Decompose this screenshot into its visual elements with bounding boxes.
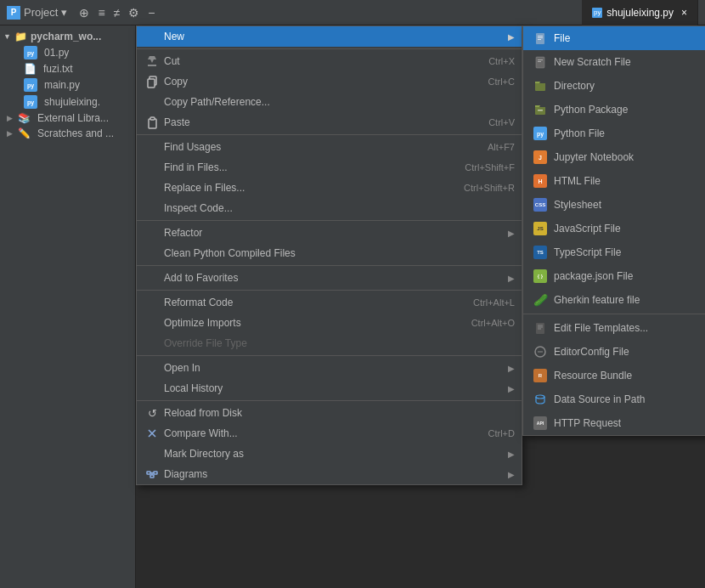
submenu-label-packagejson: package.json File: [554, 270, 705, 282]
py-icon: py: [24, 46, 37, 59]
file-label: fuzi.txt: [43, 63, 73, 75]
submenu-item-jupyter[interactable]: J Jupyter Notebook: [523, 145, 705, 169]
menu-item-diagrams[interactable]: Diagrams ▶: [137, 464, 522, 484]
submenu-item-stylesheet[interactable]: CSS Stylesheet: [523, 193, 705, 217]
find-usages-icon: [144, 140, 161, 154]
sidebar-item-shujuleixing[interactable]: py shujuleixing.: [0, 93, 135, 110]
submenu-item-file[interactable]: File: [523, 26, 705, 50]
submenu-item-datasource[interactable]: Data Source in Path: [523, 387, 705, 411]
shortcut-find-files: Ctrl+Shift+F: [465, 162, 515, 172]
new-icon: [144, 30, 161, 43]
submenu-label-http: HTTP Request: [554, 417, 705, 429]
templates-icon: [532, 319, 549, 336]
menu-item-inspect[interactable]: Inspect Code...: [137, 198, 522, 218]
submenu-item-gherkin[interactable]: 🥒 Gherkin feature file: [523, 288, 705, 312]
svg-rect-16: [536, 57, 544, 68]
separator-3: [137, 220, 522, 221]
file-label: 01.py: [44, 47, 69, 59]
separator-4: [137, 265, 522, 266]
submenu-item-templates[interactable]: Edit File Templates...: [523, 314, 705, 340]
menu-item-replace-files[interactable]: Replace in Files... Ctrl+Shift+R: [137, 178, 522, 198]
menu-label-paste: Paste: [164, 116, 471, 128]
shortcut-paste: Ctrl+V: [488, 117, 515, 127]
sidebar-item-mainpy[interactable]: py main.py: [0, 76, 135, 93]
submenu-item-python-package[interactable]: Python Package: [523, 98, 705, 122]
sidebar-item-external[interactable]: ▶ 📚 External Libra...: [0, 110, 135, 126]
submenu-item-resource[interactable]: R Resource Bundle: [523, 364, 705, 387]
menu-label-clean: Clean Python Compiled Files: [164, 247, 515, 259]
submenu-item-ts[interactable]: TS TypeScript File: [523, 240, 705, 264]
datasource-icon: [532, 391, 549, 408]
menu-item-clean[interactable]: Clean Python Compiled Files: [137, 243, 522, 263]
editorconfig-icon: [532, 343, 549, 360]
submenu-label-templates: Edit File Templates...: [554, 322, 705, 334]
menu-item-mark-dir[interactable]: Mark Directory as ▶: [137, 444, 522, 464]
title-bar: P Project ▾ ⊕ ≡ ≠ ⚙ − py shujuleixing.py…: [0, 0, 705, 25]
py-icon: py: [24, 95, 37, 109]
menu-label-find-usages: Find Usages: [164, 141, 471, 153]
submenu-item-editorconfig[interactable]: EditorConfig File: [523, 340, 705, 364]
submenu-item-python-file[interactable]: py Python File: [523, 122, 705, 145]
menu-item-copy-path[interactable]: Copy Path/Reference...: [137, 92, 522, 112]
nav-icon-1[interactable]: ⊕: [79, 6, 89, 20]
tab-shujuleixing[interactable]: py shujuleixing.py ×: [582, 0, 698, 25]
project-root-label[interactable]: pycharm_wo...: [31, 31, 101, 42]
menu-item-new[interactable]: New ▶: [137, 26, 522, 47]
separator-7: [137, 400, 522, 401]
reformat-icon: [144, 296, 161, 309]
sidebar: ▼ 📁 pycharm_wo... py 01.py 📄 fuzi.txt py…: [0, 25, 136, 588]
sidebar-item-01py[interactable]: py 01.py: [0, 44, 135, 61]
submenu-item-js[interactable]: JS JavaScript File: [523, 217, 705, 240]
local-history-arrow: ▶: [508, 384, 515, 393]
arrow-icon: ▶: [7, 129, 13, 138]
submenu-label-editorconfig: EditorConfig File: [554, 346, 705, 358]
menu-item-reformat[interactable]: Reformat Code Ctrl+Alt+L: [137, 292, 522, 313]
sidebar-item-fuzi[interactable]: 📄 fuzi.txt: [0, 61, 135, 76]
shortcut-copy: Ctrl+C: [488, 76, 515, 87]
svg-rect-0: [148, 65, 156, 66]
menu-item-refactor[interactable]: Refactor ▶: [137, 223, 522, 243]
menu-item-paste[interactable]: Paste Ctrl+V: [137, 112, 522, 133]
submenu-label-python-file: Python File: [554, 127, 705, 139]
dropdown-arrow[interactable]: ▾: [61, 6, 67, 19]
submenu-item-directory[interactable]: Directory: [523, 74, 705, 98]
minimize-icon[interactable]: −: [148, 6, 155, 20]
js-icon: JS: [532, 220, 549, 237]
project-label: Project: [24, 6, 58, 19]
menu-item-find-usages[interactable]: Find Usages Alt+F7: [137, 137, 522, 157]
title-bar-left: P Project ▾: [7, 6, 67, 20]
stylesheet-icon: CSS: [532, 196, 549, 213]
menu-item-copy[interactable]: Copy Ctrl+C: [137, 71, 522, 92]
nav-icon-2[interactable]: ≡: [98, 6, 104, 20]
menu-label-diagrams: Diagrams: [164, 468, 505, 480]
menu-item-optimize[interactable]: Optimize Imports Ctrl+Alt+O: [137, 313, 522, 333]
menu-item-favorites[interactable]: Add to Favorites ▶: [137, 268, 522, 288]
inspect-icon: [144, 201, 161, 215]
menu-label-override: Override File Type: [164, 337, 515, 349]
replace-files-icon: [144, 181, 161, 195]
sidebar-item-scratches[interactable]: ▶ ✏️ Scratches and ...: [0, 126, 135, 141]
menu-item-compare[interactable]: Compare With... Ctrl+D: [137, 423, 522, 444]
svg-rect-18: [538, 61, 541, 62]
shortcut-optimize: Ctrl+Alt+O: [471, 318, 515, 328]
gear-icon[interactable]: ⚙: [128, 6, 139, 20]
shortcut-cut: Ctrl+X: [488, 56, 515, 66]
submenu-item-html[interactable]: H HTML File: [523, 169, 705, 193]
shortcut-replace-files: Ctrl+Shift+R: [464, 183, 515, 193]
directory-icon: [532, 77, 549, 94]
tab-close-icon[interactable]: ×: [681, 7, 687, 19]
diagrams-arrow: ▶: [508, 470, 515, 479]
menu-label-optimize: Optimize Imports: [164, 317, 454, 329]
nav-icon-3[interactable]: ≠: [114, 6, 121, 20]
submenu-label-directory: Directory: [554, 80, 705, 92]
submenu-item-packagejson[interactable]: { } package.json File: [523, 264, 705, 288]
menu-label-mark-dir: Mark Directory as: [164, 448, 505, 460]
submenu-item-scratch[interactable]: New Scratch File Ctrl+Alt+Shift+Insert: [523, 50, 705, 74]
menu-item-cut[interactable]: Cut Ctrl+X: [137, 51, 522, 71]
submenu-item-http[interactable]: API HTTP Request: [523, 411, 705, 435]
menu-item-find-files[interactable]: Find in Files... Ctrl+Shift+F: [137, 157, 522, 178]
menu-item-open-in[interactable]: Open In ▶: [137, 358, 522, 378]
menu-item-reload[interactable]: ↺ Reload from Disk: [137, 403, 522, 423]
paste-icon: [144, 116, 161, 129]
menu-item-local-history[interactable]: Local History ▶: [137, 378, 522, 399]
